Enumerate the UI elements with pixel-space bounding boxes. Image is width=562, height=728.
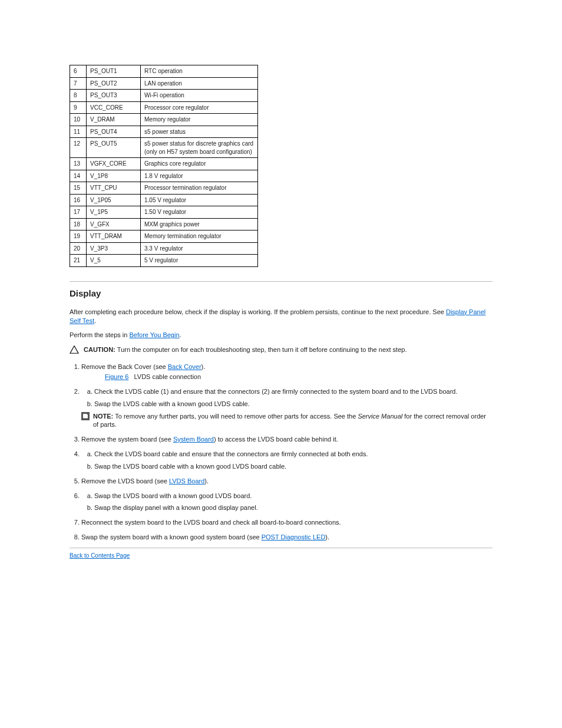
step-1-text-2: ). [201,363,206,370]
step-3-text-1: Remove the system board (see [81,436,173,443]
table-cell: 17 [70,206,87,219]
step-8: Swap the system board with a known good … [81,533,492,542]
table-cell: V_GFX [87,218,141,230]
link-post-diagnostic-led[interactable]: POST Diagnostic LED [262,533,326,541]
section-heading-display: Display [70,288,492,299]
perform-steps-text-2: . [180,331,181,338]
table-cell: V_1P8 [87,170,141,182]
figure-6-line: Figure 6 LVDS cable connection [81,373,492,381]
link-back-to-contents[interactable]: Back to Contents Page [70,552,130,559]
step-4-substeps: Check the LVDS board cable and ensure th… [81,450,492,471]
step-6a: Swap the LVDS board with a known good LV… [94,492,492,500]
connector-table: 6PS_OUT1RTC operation7PS_OUT2LAN operati… [70,65,258,267]
caution-label: CAUTION: [84,346,117,353]
table-cell: 19 [70,230,87,243]
table-cell: 16 [70,194,87,206]
section-divider-top [70,281,492,282]
table-cell: 8 [70,90,87,102]
link-figure-6[interactable]: Figure 6 [105,373,128,380]
table-cell: 12 [70,138,87,158]
step-1: Remove the Back Cover (see Back Cover). … [81,363,492,381]
table-cell: s5 power status for discrete graphics ca… [141,138,258,158]
table-row: 18V_GFXMXM graphics power [70,218,258,230]
step-3-text-2: ) to access the LVDS board cable behind … [214,436,338,443]
table-row: 15VTT_CPUProcessor termination regulator [70,182,258,195]
table-cell: V_1P05 [87,194,141,206]
caution-text-container: CAUTION: Turn the computer on for each t… [84,345,406,354]
figure-6-spacer [81,373,105,381]
table-row: 9VCC_COREProcessor core regulator [70,101,258,114]
table-cell: 14 [70,170,87,182]
table-cell: PS_OUT3 [87,90,141,102]
step-2: Check the LVDS cable (1) and ensure that… [81,387,492,429]
table-cell: VTT_CPU [87,182,141,195]
link-back-cover[interactable]: Back Cover [168,363,201,370]
table-cell: LAN operation [141,77,258,90]
table-cell: MXM graphics power [141,218,258,230]
table-row: 6PS_OUT1RTC operation [70,65,258,78]
table-cell: PS_OUT2 [87,77,141,90]
intro-text-1: After completing each procedure below, c… [70,308,446,315]
table-cell: VGFX_CORE [87,158,141,170]
link-before-you-begin[interactable]: Before You Begin [130,331,180,338]
table-cell: Processor core regulator [141,101,258,114]
link-system-board[interactable]: System Board [173,436,214,443]
table-cell: PS_OUT1 [87,65,141,78]
table-cell: Memory termination regulator [141,230,258,243]
svg-marker-0 [70,346,78,353]
connector-table-body: 6PS_OUT1RTC operation7PS_OUT2LAN operati… [70,65,258,267]
table-row: 17V_1P51.50 V regulator [70,206,258,219]
caution-block: CAUTION: Turn the computer on for each t… [70,345,492,354]
note-icon [81,412,90,420]
table-cell: Graphics core regulator [141,158,258,170]
link-lvds-board[interactable]: LVDS Board [169,477,204,485]
table-cell: PS_OUT4 [87,126,141,138]
step-5: Remove the LVDS board (see LVDS Board). [81,477,492,486]
table-cell: V_1P5 [87,206,141,219]
table-row: 21V_55 V regulator [70,255,258,267]
table-cell: 7 [70,77,87,90]
table-row: 11PS_OUT4s5 power status [70,126,258,138]
caution-icon [70,345,79,354]
table-cell: 1.05 V regulator [141,194,258,206]
table-cell: 3.3 V regulator [141,242,258,255]
step-5-text-2: ). [204,477,209,485]
intro-text-2: . [94,317,96,324]
caution-text: Turn the computer on for each troublesho… [117,346,407,353]
table-row: 7PS_OUT2LAN operation [70,77,258,90]
table-row: 13VGFX_COREGraphics core regulator [70,158,258,170]
step-2b: Swap the LVDS cable with a known good LV… [94,400,492,409]
step-6: Swap the LVDS board with a known good LV… [81,492,492,513]
table-cell: PS_OUT5 [87,138,141,158]
note-em: Service Manual [358,413,402,420]
table-cell: VCC_CORE [87,101,141,114]
table-row: 14V_1P81.8 V regulator [70,170,258,182]
table-cell: V_5 [87,255,141,267]
step-4a: Check the LVDS board cable and ensure th… [94,450,492,459]
table-cell: Wi-Fi operation [141,90,258,102]
step-2-substeps: Check the LVDS cable (1) and ensure that… [81,387,492,409]
table-cell: VTT_DRAM [87,230,141,243]
step-7: Reconnect the system board to the LVDS b… [81,518,492,527]
perform-steps-text-1: Perform the steps in [70,331,130,338]
steps-list: Remove the Back Cover (see Back Cover). … [70,363,492,542]
note-label: NOTE: [93,413,115,420]
table-cell: 1.50 V regulator [141,206,258,219]
step-1-text-1: Remove the Back Cover (see [81,363,168,370]
intro-paragraph: After completing each procedure below, c… [70,308,492,325]
note-text-container: NOTE: To remove any further parts, you w… [93,412,492,430]
table-cell: 15 [70,182,87,195]
table-cell: Processor termination regulator [141,182,258,195]
table-cell: 13 [70,158,87,170]
table-cell: 11 [70,126,87,138]
step-2a: Check the LVDS cable (1) and ensure that… [94,387,492,396]
table-cell: 21 [70,255,87,267]
table-row: 8PS_OUT3Wi-Fi operation [70,90,258,102]
step-3: Remove the system board (see System Boar… [81,435,492,444]
note-text-1: To remove any further parts, you will ne… [115,413,358,420]
table-cell: 5 V regulator [141,255,258,267]
table-cell: V_DRAM [87,114,141,126]
note-block: NOTE: To remove any further parts, you w… [81,412,492,430]
table-cell: 20 [70,242,87,255]
table-cell: Memory regulator [141,114,258,126]
